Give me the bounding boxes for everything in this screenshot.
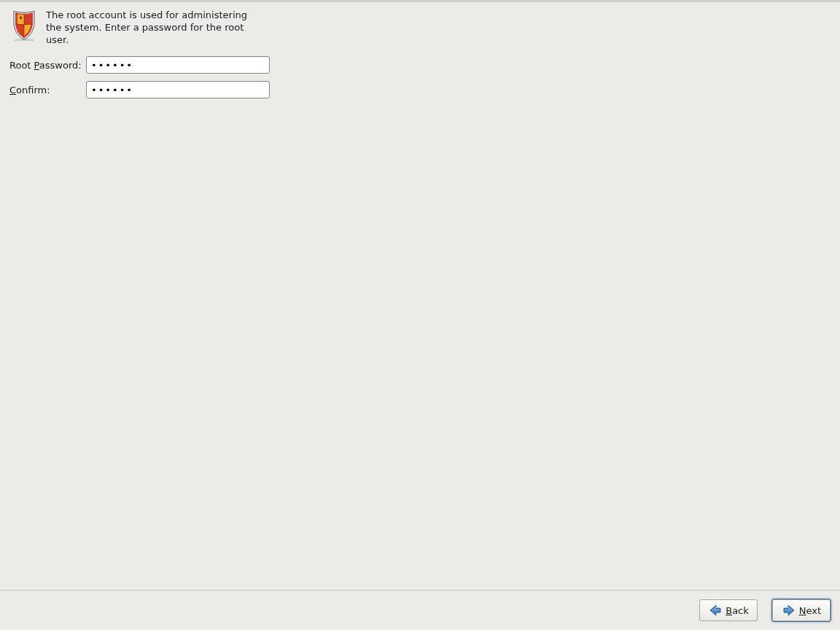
svg-point-1 [14, 39, 34, 41]
confirm-password-input[interactable] [86, 81, 270, 98]
security-shield-icon [9, 9, 39, 41]
next-button-label: Next [799, 605, 821, 616]
intro-text: The root account is used for administeri… [46, 9, 257, 46]
confirm-password-label: Confirm: [9, 85, 86, 96]
arrow-left-icon [708, 603, 723, 618]
window-top-border [0, 0, 840, 2]
next-button[interactable]: Next [772, 599, 831, 621]
footer-bar: Back Next [0, 590, 840, 630]
root-password-row: Root Password: [9, 56, 831, 74]
intro-row: The root account is used for administeri… [9, 9, 831, 46]
back-button-label: Back [726, 605, 749, 616]
root-password-input[interactable] [86, 56, 270, 74]
arrow-right-icon [782, 603, 796, 618]
back-button[interactable]: Back [699, 599, 758, 621]
root-password-label: Root Password: [9, 60, 86, 71]
confirm-password-row: Confirm: [9, 81, 831, 98]
content-area: The root account is used for administeri… [9, 9, 831, 106]
